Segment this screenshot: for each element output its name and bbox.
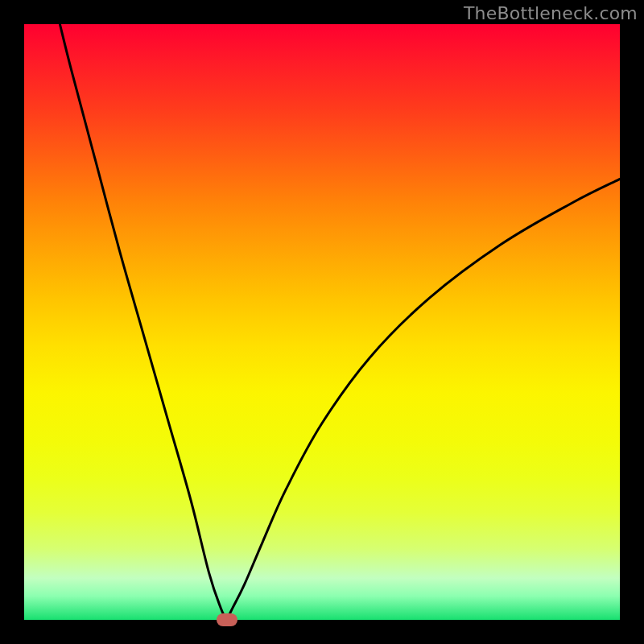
watermark-text: TheBottleneck.com [464, 3, 638, 23]
chart-frame: TheBottleneck.com [0, 0, 644, 644]
chart-curve [24, 24, 620, 620]
curve-path-left [60, 24, 226, 620]
curve-path-right [227, 179, 620, 620]
chart-min-marker [217, 613, 237, 626]
